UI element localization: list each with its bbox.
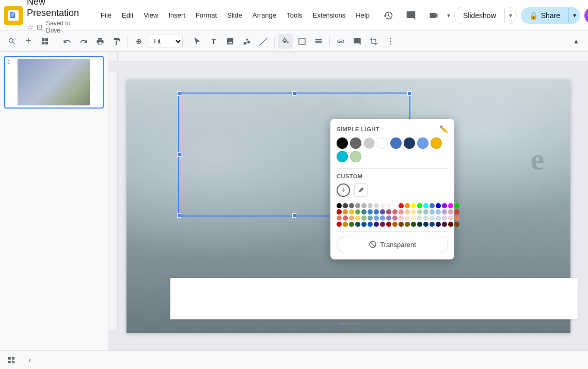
color-grid-cell[interactable] <box>368 209 373 214</box>
color-grid-cell[interactable] <box>448 209 453 214</box>
more-toolbar-button[interactable]: ⋮ <box>383 34 398 49</box>
color-grid-cell[interactable] <box>361 222 367 227</box>
shapes-button[interactable] <box>239 34 255 49</box>
color-dot-green[interactable] <box>350 151 361 162</box>
text-button[interactable]: T <box>206 34 221 49</box>
edit-theme-button[interactable]: ✏️ <box>439 125 449 133</box>
menu-extensions[interactable]: Extensions <box>308 9 351 21</box>
color-grid-cell[interactable] <box>417 216 422 221</box>
menu-insert[interactable]: Insert <box>163 9 190 21</box>
color-grid-cell[interactable] <box>442 222 447 227</box>
color-grid-cell[interactable] <box>436 222 441 227</box>
slideshow-dropdown[interactable]: ▾ <box>504 8 516 23</box>
cursor-button[interactable] <box>189 34 205 49</box>
color-grid-cell[interactable] <box>436 203 441 208</box>
color-dot-blue[interactable] <box>390 137 402 149</box>
image-button[interactable] <box>223 34 238 49</box>
slideshow-button[interactable]: Slideshow <box>455 7 504 24</box>
color-grid-cell[interactable] <box>392 203 398 208</box>
undo-button[interactable] <box>59 34 75 49</box>
menu-help[interactable]: Help <box>351 9 375 21</box>
transparent-button[interactable]: Transparent <box>337 236 448 253</box>
color-dot-gray[interactable] <box>350 137 361 149</box>
color-grid-cell[interactable] <box>380 203 385 208</box>
menu-tools[interactable]: Tools <box>281 9 307 21</box>
menu-slide[interactable]: Slide <box>222 9 247 21</box>
star-icon[interactable]: ☆ <box>27 23 34 31</box>
color-grid-cell[interactable] <box>417 203 422 208</box>
color-grid-cell[interactable] <box>343 216 348 221</box>
slide-thumbnail-1[interactable]: 1 <box>4 56 104 109</box>
comment-toolbar-button[interactable] <box>349 34 365 49</box>
color-grid-cell[interactable] <box>423 222 428 227</box>
share-button[interactable]: 🔒 Share <box>521 7 568 24</box>
color-dot-cyan[interactable] <box>337 151 348 162</box>
color-grid-cell[interactable] <box>349 222 354 227</box>
color-grid-cell[interactable] <box>368 216 373 221</box>
border-weight-button[interactable] <box>311 34 326 49</box>
color-grid-cell[interactable] <box>423 203 428 208</box>
collapse-toolbar-button[interactable]: ▲ <box>568 34 584 49</box>
color-grid-cell[interactable] <box>454 209 459 214</box>
zoom-select[interactable]: Fit50%100%150% <box>148 35 183 48</box>
color-grid-cell[interactable] <box>368 203 373 208</box>
menu-arrange[interactable]: Arrange <box>247 9 281 21</box>
color-grid-cell[interactable] <box>374 222 379 227</box>
color-grid-cell[interactable] <box>442 209 447 214</box>
color-grid-cell[interactable] <box>349 216 354 221</box>
color-grid-cell[interactable] <box>386 203 391 208</box>
color-dot-black[interactable] <box>337 137 348 149</box>
color-grid-cell[interactable] <box>399 203 404 208</box>
color-grid-cell[interactable] <box>349 203 354 208</box>
color-grid-cell[interactable] <box>355 222 360 227</box>
history-button[interactable] <box>379 6 398 25</box>
color-grid-cell[interactable] <box>343 209 348 214</box>
doc-title[interactable]: New Presentation <box>27 0 79 19</box>
layout-toolbar-button[interactable] <box>37 34 53 49</box>
search-toolbar-button[interactable] <box>4 34 20 49</box>
color-grid-cell[interactable] <box>355 209 360 214</box>
color-grid-cell[interactable] <box>386 216 391 221</box>
color-grid-cell[interactable] <box>436 216 441 221</box>
color-grid-cell[interactable] <box>380 222 385 227</box>
color-grid-cell[interactable] <box>349 209 354 214</box>
color-grid-cell[interactable] <box>442 203 447 208</box>
color-dot-lightgray[interactable] <box>363 137 375 149</box>
color-grid-cell[interactable] <box>417 222 422 227</box>
color-dot-white[interactable] <box>377 137 388 149</box>
color-grid-cell[interactable] <box>386 209 391 214</box>
color-grid-cell[interactable] <box>355 216 360 221</box>
color-grid-cell[interactable] <box>380 216 385 221</box>
add-custom-color-button[interactable]: + <box>337 183 350 197</box>
color-grid-cell[interactable] <box>355 203 360 208</box>
color-grid-cell[interactable] <box>454 222 459 227</box>
color-grid-cell[interactable] <box>337 209 342 214</box>
meet-dropdown[interactable]: ▾ <box>447 12 450 19</box>
color-grid-cell[interactable] <box>436 209 441 214</box>
border-color-button[interactable] <box>294 34 310 49</box>
color-grid-cell[interactable] <box>405 203 410 208</box>
collapse-panel-button[interactable]: ‹ <box>23 353 37 367</box>
redo-button[interactable] <box>76 34 91 49</box>
color-grid-cell[interactable] <box>380 209 385 214</box>
color-grid-cell[interactable] <box>411 222 416 227</box>
color-grid-cell[interactable] <box>405 222 410 227</box>
color-grid-cell[interactable] <box>392 222 398 227</box>
color-grid-cell[interactable] <box>448 222 453 227</box>
color-grid-cell[interactable] <box>448 203 453 208</box>
color-dot-darkblue[interactable] <box>404 137 415 149</box>
cloud-icon[interactable]: ⊡ <box>37 23 43 31</box>
color-grid-cell[interactable] <box>368 222 373 227</box>
color-grid-cell[interactable] <box>392 216 398 221</box>
color-grid-cell[interactable] <box>337 203 342 208</box>
color-grid-cell[interactable] <box>423 209 428 214</box>
color-grid-cell[interactable] <box>430 209 435 214</box>
color-grid-cell[interactable] <box>405 216 410 221</box>
color-dot-yellow[interactable] <box>431 137 442 149</box>
grid-view-button[interactable] <box>4 353 19 367</box>
link-button[interactable] <box>333 34 348 49</box>
user-avatar[interactable]: U <box>584 7 588 24</box>
comments-button[interactable] <box>402 6 420 25</box>
color-grid-cell[interactable] <box>423 216 428 221</box>
color-grid-cell[interactable] <box>343 203 348 208</box>
